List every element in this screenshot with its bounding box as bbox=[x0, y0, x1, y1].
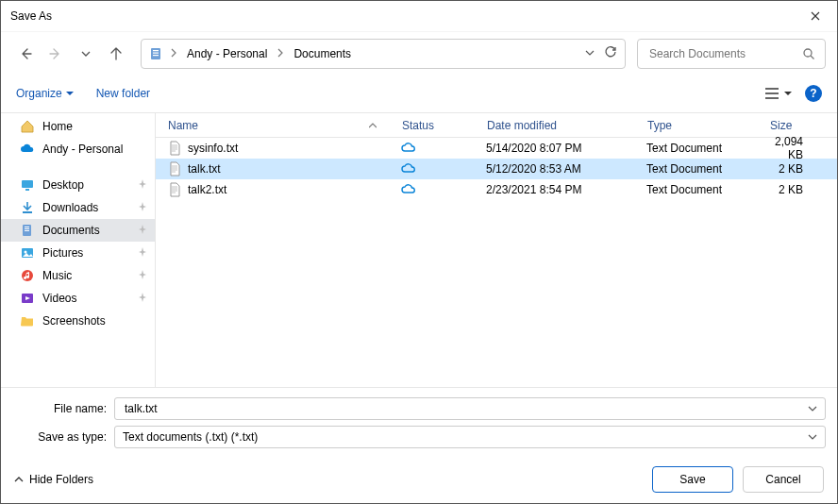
sidebar-item-music[interactable]: Music bbox=[1, 264, 155, 287]
pin-icon bbox=[138, 201, 147, 214]
close-icon bbox=[811, 11, 820, 21]
view-menu[interactable] bbox=[765, 88, 792, 99]
file-size: 2,094 KB bbox=[760, 135, 837, 161]
file-row[interactable]: sysinfo.txt5/14/2020 8:07 PMText Documen… bbox=[156, 138, 837, 159]
sidebar-item-screenshots[interactable]: Screenshots bbox=[1, 310, 155, 332]
savetype-field[interactable]: Text documents (.txt) (*.txt) bbox=[114, 426, 826, 448]
pin-icon bbox=[138, 246, 147, 260]
file-date: 5/12/2020 8:53 AM bbox=[477, 162, 637, 176]
save-button[interactable]: Save bbox=[652, 466, 733, 493]
help-button[interactable]: ? bbox=[805, 85, 822, 102]
filename-field[interactable] bbox=[114, 397, 826, 420]
file-type: Text Document bbox=[637, 183, 760, 196]
caret-down-icon bbox=[784, 90, 792, 97]
sidebar-item-desktop[interactable]: Desktop bbox=[1, 174, 155, 196]
file-date: 2/23/2021 8:54 PM bbox=[477, 183, 637, 196]
svg-point-13 bbox=[25, 251, 27, 254]
chevron-down-icon[interactable] bbox=[808, 432, 817, 442]
sidebar-item-label: Home bbox=[42, 120, 73, 133]
filename-label: File name: bbox=[12, 402, 114, 415]
sidebar-item-home[interactable]: Home bbox=[1, 115, 155, 138]
refresh-button[interactable] bbox=[604, 45, 617, 61]
svg-rect-3 bbox=[153, 55, 159, 56]
svg-rect-9 bbox=[25, 227, 29, 227]
folder-location-icon bbox=[149, 46, 164, 61]
desktop-icon bbox=[20, 177, 35, 193]
file-name: sysinfo.txt bbox=[188, 142, 238, 155]
pin-icon bbox=[138, 224, 147, 237]
up-button[interactable] bbox=[103, 41, 129, 67]
file-icon bbox=[167, 141, 182, 156]
close-button[interactable] bbox=[794, 1, 837, 31]
breadcrumb-root[interactable]: Andy - Personal bbox=[183, 45, 271, 62]
forward-button[interactable] bbox=[42, 41, 69, 67]
cancel-button[interactable]: Cancel bbox=[743, 466, 824, 493]
new-folder-button[interactable]: New folder bbox=[96, 87, 150, 100]
recent-dropdown[interactable] bbox=[73, 41, 99, 67]
pin-icon bbox=[138, 292, 147, 305]
column-date[interactable]: Date modified bbox=[477, 113, 637, 137]
breadcrumb-current[interactable]: Documents bbox=[290, 45, 355, 62]
sidebar-item-label: Desktop bbox=[42, 178, 84, 192]
file-type: Text Document bbox=[637, 142, 760, 155]
organize-menu[interactable]: Organize bbox=[16, 87, 74, 100]
file-icon bbox=[167, 161, 182, 176]
content-area: Home Andy - Personal Desktop Downloads D… bbox=[1, 112, 837, 388]
chevron-right-icon[interactable] bbox=[275, 47, 286, 60]
svg-point-14 bbox=[22, 270, 33, 281]
toolbar: Organize New folder ? bbox=[1, 75, 837, 112]
documents-icon bbox=[20, 223, 35, 238]
pin-icon bbox=[138, 178, 147, 192]
address-dropdown[interactable] bbox=[585, 47, 595, 60]
column-type[interactable]: Type bbox=[637, 113, 760, 137]
chevron-down-icon bbox=[81, 49, 91, 59]
search-box[interactable] bbox=[637, 39, 826, 69]
videos-icon bbox=[20, 291, 35, 306]
arrow-right-icon bbox=[49, 47, 62, 60]
file-status bbox=[392, 161, 477, 177]
sidebar-item-downloads[interactable]: Downloads bbox=[1, 196, 155, 219]
chevron-down-icon[interactable] bbox=[808, 404, 817, 413]
file-list-pane: Name Status Date modified Type Size sysi… bbox=[156, 113, 837, 387]
file-status bbox=[392, 182, 477, 198]
svg-rect-11 bbox=[25, 230, 29, 231]
sidebar-item-pictures[interactable]: Pictures bbox=[1, 242, 155, 264]
back-button[interactable] bbox=[12, 41, 39, 67]
file-row[interactable]: talk2.txt2/23/2021 8:54 PMText Document2… bbox=[156, 179, 837, 200]
title-bar: Save As bbox=[1, 1, 837, 31]
downloads-icon bbox=[20, 200, 35, 215]
svg-rect-6 bbox=[25, 189, 29, 191]
svg-rect-1 bbox=[153, 50, 159, 51]
list-view-icon bbox=[765, 88, 779, 99]
home-icon bbox=[20, 119, 35, 134]
svg-rect-5 bbox=[22, 180, 33, 188]
file-name: talk2.txt bbox=[188, 183, 226, 196]
savetype-value: Text documents (.txt) (*.txt) bbox=[123, 430, 808, 444]
cloud-icon bbox=[20, 142, 35, 157]
file-size: 2 KB bbox=[760, 183, 837, 196]
column-headers: Name Status Date modified Type Size bbox=[156, 113, 837, 138]
sidebar-item-label: Screenshots bbox=[42, 314, 106, 328]
search-input[interactable] bbox=[647, 46, 802, 61]
filename-input[interactable] bbox=[123, 401, 808, 416]
column-size[interactable]: Size bbox=[760, 113, 837, 137]
nav-bar: Andy - Personal Documents bbox=[1, 31, 837, 75]
savetype-label: Save as type: bbox=[12, 430, 114, 444]
pin-icon bbox=[138, 269, 147, 282]
file-row[interactable]: talk.txt5/12/2020 8:53 AMText Document2 … bbox=[156, 159, 837, 179]
file-type: Text Document bbox=[637, 162, 760, 176]
sidebar-item-onedrive[interactable]: Andy - Personal bbox=[1, 138, 155, 160]
svg-rect-10 bbox=[25, 228, 29, 229]
file-date: 5/14/2020 8:07 PM bbox=[477, 142, 637, 155]
arrow-left-icon bbox=[19, 47, 32, 60]
hide-folders-toggle[interactable]: Hide Folders bbox=[14, 473, 93, 486]
column-status[interactable]: Status bbox=[392, 113, 477, 137]
sidebar-item-label: Andy - Personal bbox=[42, 143, 123, 156]
file-size: 2 KB bbox=[760, 162, 837, 176]
sidebar-item-videos[interactable]: Videos bbox=[1, 287, 155, 310]
chevron-right-icon[interactable] bbox=[168, 47, 179, 60]
svg-point-4 bbox=[804, 49, 812, 57]
column-name[interactable]: Name bbox=[156, 113, 392, 137]
sidebar-item-documents[interactable]: Documents bbox=[1, 219, 155, 242]
address-bar[interactable]: Andy - Personal Documents bbox=[141, 39, 626, 69]
